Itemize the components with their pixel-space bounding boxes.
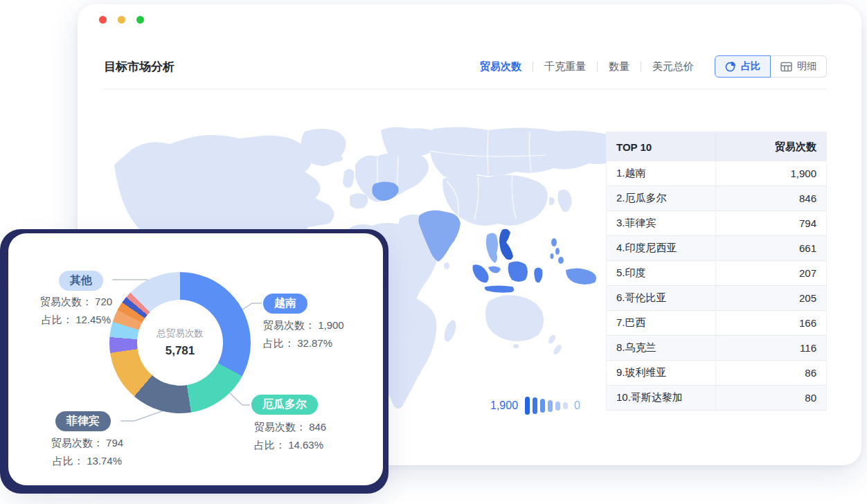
- legend-min-label: 0: [574, 399, 580, 412]
- table-icon: [780, 62, 792, 72]
- map-region-korea: [549, 197, 555, 206]
- map-region-sri-lanka: [444, 262, 449, 269]
- detail-view-label: 明细: [797, 60, 816, 73]
- maximize-window-icon[interactable]: [136, 16, 144, 24]
- table-cell-country: 9.玻利维亚: [607, 366, 715, 379]
- callout-detail-vietnam: 贸易次数： 1,900 占比： 32.87%: [263, 316, 344, 352]
- legend-bar: [555, 402, 560, 411]
- map-region-arabia: [397, 215, 427, 250]
- map-heat-legend: 1,900 0: [490, 392, 580, 420]
- minimize-window-icon[interactable]: [118, 16, 125, 24]
- table-cell-value: 207: [715, 261, 826, 285]
- map-country-malaysia-highlight: [488, 266, 501, 273]
- tab-metric-1[interactable]: 千克重量: [543, 56, 587, 78]
- map-country-indonesia-highlight: [473, 261, 543, 292]
- map-region-scandinavia: [381, 127, 440, 159]
- tab-metric-0[interactable]: 贸易次数: [479, 56, 523, 78]
- table-row[interactable]: 9.玻利维亚86: [607, 361, 826, 386]
- table-cell-value: 80: [715, 386, 826, 410]
- table-cell-value: 166: [715, 311, 826, 335]
- donut-chart-card: 总贸易次数 5,781 其他 贸易次数： 720 占比： 12.45% 越南 贸…: [8, 233, 383, 485]
- table-row[interactable]: 6.哥伦比亚205: [607, 286, 826, 311]
- table-header-rank: TOP 10: [607, 141, 715, 153]
- top10-table: TOP 10 贸易次数 1.越南1,9002.厄瓜多尔8463.菲律宾7944.…: [606, 132, 827, 411]
- header-controls: 贸易次数千克重量数量美元总价 占比 明细: [469, 55, 827, 78]
- page: 目标市场分析 贸易次数千克重量数量美元总价 占比: [0, 0, 867, 504]
- table-cell-value: 661: [715, 236, 826, 260]
- donut-center-label: 总贸易次数: [157, 327, 204, 340]
- table-row[interactable]: 2.厄瓜多尔846: [607, 186, 826, 211]
- table-cell-country: 10.哥斯达黎加: [607, 391, 715, 404]
- proportion-view-label: 占比: [741, 60, 760, 73]
- table-cell-country: 6.哥伦比亚: [607, 291, 715, 305]
- close-window-icon[interactable]: [99, 16, 107, 24]
- table-cell-value: 116: [715, 336, 826, 360]
- pie-icon: [725, 61, 736, 72]
- donut-center-value: 5,781: [166, 344, 195, 358]
- table-header-row: TOP 10 贸易次数: [607, 132, 826, 161]
- donut-center: 总贸易次数 5,781: [137, 300, 223, 386]
- table-row[interactable]: 10.哥斯达黎加80: [607, 386, 826, 411]
- map-country-india-highlight: [418, 210, 461, 262]
- table-row[interactable]: 1.越南1,900: [607, 161, 826, 186]
- map-country-philippines-highlight: [551, 238, 564, 264]
- callout-pill-other[interactable]: 其他: [59, 271, 103, 291]
- legend-bar: [563, 402, 568, 409]
- table-row[interactable]: 8.乌克兰116: [607, 336, 826, 361]
- table-cell-value: 846: [715, 186, 826, 210]
- legend-bars: [525, 397, 568, 415]
- legend-max-label: 1,900: [490, 399, 518, 412]
- table-row[interactable]: 3.菲律宾794: [607, 211, 826, 236]
- table-cell-value: 1,900: [715, 161, 826, 186]
- callout-detail-ecuador: 贸易次数： 846 占比： 14.63%: [254, 418, 326, 454]
- map-country-vietnam-highlight: [499, 229, 513, 260]
- map-region-china: [443, 174, 548, 225]
- tab-separator: [533, 62, 533, 72]
- table-body: 1.越南1,9002.厄瓜多尔8463.菲律宾7944.印度尼西亚6615.印度…: [607, 161, 826, 411]
- proportion-view-button[interactable]: 占比: [715, 55, 771, 78]
- map-region-tasmania: [513, 344, 519, 348]
- map-continent-europe: [355, 154, 429, 202]
- callout-pill-ecuador[interactable]: 厄瓜多尔: [251, 395, 318, 415]
- map-region-greenland: [301, 129, 346, 166]
- map-country-ukraine-highlight: [372, 181, 398, 201]
- callout-pill-vietnam[interactable]: 越南: [263, 294, 307, 314]
- table-cell-value: 86: [715, 361, 826, 385]
- table-cell-value: 794: [715, 211, 826, 235]
- map-continent-australia: [485, 295, 544, 341]
- legend-bar: [548, 400, 553, 412]
- legend-bar: [533, 397, 537, 414]
- map-region-new-zealand-south: [552, 343, 563, 356]
- map-region-uk: [343, 169, 355, 188]
- table-header-value: 贸易次数: [715, 132, 826, 161]
- callout-detail-other: 贸易次数： 720 占比： 12.45%: [21, 293, 132, 329]
- map-continent-asia: [430, 127, 625, 179]
- table-cell-country: 3.菲律宾: [607, 217, 715, 230]
- map-region-new-guinea-highlight: [566, 268, 596, 285]
- table-row[interactable]: 5.印度207: [607, 261, 826, 286]
- table-cell-country: 5.印度: [607, 267, 715, 280]
- table-cell-value: 205: [715, 286, 826, 310]
- map-country-thailand-highlight: [486, 233, 498, 264]
- table-row[interactable]: 4.印度尼西亚661: [607, 236, 826, 261]
- table-row[interactable]: 7.巴西166: [607, 311, 826, 336]
- table-cell-country: 1.越南: [607, 167, 715, 180]
- legend-bar: [540, 399, 545, 413]
- map-region-new-zealand-north: [547, 334, 557, 345]
- callout-pill-philippines[interactable]: 菲律宾: [55, 411, 111, 431]
- page-title: 目标市场分析: [104, 59, 175, 75]
- tab-metric-3[interactable]: 美元总价: [651, 56, 695, 78]
- view-switch: 占比 明细: [715, 55, 827, 78]
- detail-view-button[interactable]: 明细: [771, 55, 827, 78]
- table-cell-country: 4.印度尼西亚: [607, 242, 715, 255]
- map-region-madagascar: [442, 319, 458, 343]
- tab-metric-2[interactable]: 数量: [607, 56, 631, 78]
- tab-separator: [641, 62, 641, 72]
- table-cell-country: 2.厄瓜多尔: [607, 192, 715, 205]
- metric-tabs: 贸易次数千克重量数量美元总价: [469, 56, 705, 78]
- map-region-iberia: [350, 193, 368, 208]
- tab-separator: [597, 62, 598, 72]
- legend-bar: [525, 397, 530, 415]
- header-divider: [104, 89, 827, 89]
- callout-detail-philippines: 贸易次数： 794 占比： 13.74%: [32, 434, 143, 470]
